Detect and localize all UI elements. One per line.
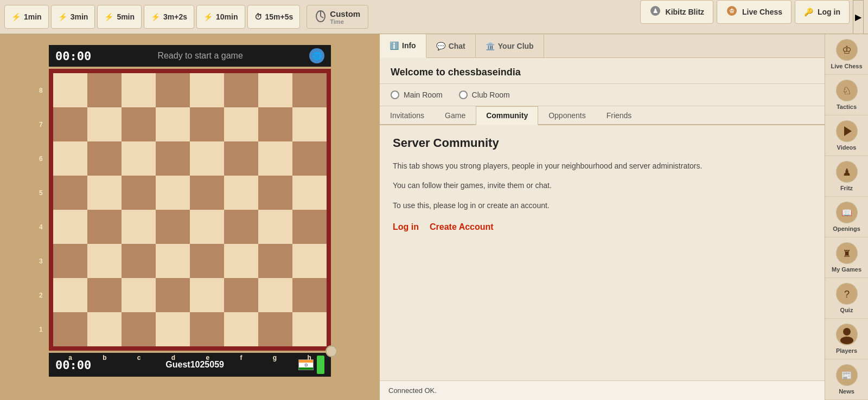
cell-6-g[interactable] (258, 141, 292, 176)
cell-6-a[interactable] (53, 141, 87, 176)
cell-3-d[interactable] (156, 244, 190, 278)
cell-3-g[interactable] (258, 244, 292, 278)
sidebar-item-livechess[interactable]: ♔ Live Chess (825, 34, 868, 75)
cell-3-b[interactable] (87, 244, 122, 278)
custom-time-button[interactable]: Custom Time (307, 5, 368, 29)
sidebar-item-tactics[interactable]: ♘ Tactics (825, 75, 868, 115)
sidebar-item-mygames[interactable]: ♜ My Games (825, 237, 868, 278)
subtab-game[interactable]: Game (435, 106, 476, 124)
kibitz-blitz-button[interactable]: ♟ Kibitz Blitz (640, 0, 714, 24)
cell-8-c[interactable] (122, 73, 156, 107)
cell-7-g[interactable] (258, 107, 292, 141)
cell-5-f[interactable] (224, 176, 258, 210)
scrollbar-right[interactable]: ▶ (853, 0, 864, 34)
time-button-15m5s[interactable]: ⏱ 15m+5s (247, 5, 301, 29)
cell-1-f[interactable] (224, 312, 258, 346)
cell-4-f[interactable] (224, 210, 258, 244)
cell-4-g[interactable] (258, 210, 292, 244)
cell-2-a[interactable] (53, 278, 87, 312)
cell-6-h[interactable] (292, 141, 327, 176)
cell-1-d[interactable] (156, 312, 190, 346)
sidebar-item-fritz[interactable]: ♟ Fritz (825, 156, 868, 197)
cell-5-d[interactable] (156, 176, 190, 210)
cell-5-b[interactable] (87, 176, 122, 210)
cell-3-e[interactable] (190, 244, 224, 278)
cell-7-h[interactable] (292, 107, 327, 141)
subtab-friends[interactable]: Friends (596, 106, 642, 124)
cell-5-h[interactable] (292, 176, 327, 210)
subtab-invitations[interactable]: Invitations (380, 106, 435, 124)
cell-7-a[interactable] (53, 107, 87, 141)
cell-6-b[interactable] (87, 141, 122, 176)
cell-8-a[interactable] (53, 73, 87, 107)
subtab-opponents[interactable]: Opponents (538, 106, 596, 124)
main-room-radio[interactable] (391, 91, 399, 99)
login-button[interactable]: 🔑 Log in (795, 0, 850, 24)
cell-2-c[interactable] (122, 278, 156, 312)
cell-1-e[interactable] (190, 312, 224, 346)
cell-8-e[interactable] (190, 73, 224, 107)
welcome-section: Welcome to chessbaseindia (380, 58, 825, 84)
time-button-10min[interactable]: ⚡ 10min (196, 5, 245, 29)
cell-4-b[interactable] (87, 210, 122, 244)
cell-3-a[interactable] (53, 244, 87, 278)
cell-1-g[interactable] (258, 312, 292, 346)
cell-5-g[interactable] (258, 176, 292, 210)
time-button-1min[interactable]: ⚡ 1min (4, 5, 49, 29)
club-room-option[interactable]: Club Room (459, 91, 510, 99)
cell-4-c[interactable] (122, 210, 156, 244)
cell-8-g[interactable] (258, 73, 292, 107)
time-button-5min[interactable]: ⚡ 5min (97, 5, 142, 29)
cell-1-a[interactable] (53, 312, 87, 346)
cell-2-e[interactable] (190, 278, 224, 312)
cell-6-e[interactable] (190, 141, 224, 176)
sidebar-item-players[interactable]: Players (825, 319, 868, 359)
time-button-3m2s[interactable]: ⚡ 3m+2s (144, 5, 194, 29)
cell-7-b[interactable] (87, 107, 122, 141)
cell-2-b[interactable] (87, 278, 122, 312)
cell-3-f[interactable] (224, 244, 258, 278)
login-link[interactable]: Log in (393, 222, 419, 232)
cell-7-f[interactable] (224, 107, 258, 141)
cell-4-h[interactable] (292, 210, 327, 244)
sidebar-item-openings[interactable]: 📖 Openings (825, 197, 868, 237)
livechess-button[interactable]: ♔ Live Chess (717, 0, 792, 24)
cell-2-g[interactable] (258, 278, 292, 312)
cell-3-h[interactable] (292, 244, 327, 278)
cell-2-f[interactable] (224, 278, 258, 312)
cell-8-d[interactable] (156, 73, 190, 107)
tab-your-club[interactable]: 🏛️ Your Club (476, 34, 544, 58)
main-room-option[interactable]: Main Room (391, 91, 443, 99)
cell-2-h[interactable] (292, 278, 327, 312)
cell-4-d[interactable] (156, 210, 190, 244)
cell-5-e[interactable] (190, 176, 224, 210)
cell-4-e[interactable] (190, 210, 224, 244)
cell-7-d[interactable] (156, 107, 190, 141)
chess-board[interactable] (49, 69, 331, 351)
create-account-link[interactable]: Create Account (430, 222, 494, 232)
cell-8-h[interactable] (292, 73, 327, 107)
cell-7-e[interactable] (190, 107, 224, 141)
cell-8-b[interactable] (87, 73, 122, 107)
cell-6-d[interactable] (156, 141, 190, 176)
club-room-radio[interactable] (459, 91, 468, 99)
tab-chat[interactable]: 💬 Chat (426, 34, 476, 58)
cell-2-d[interactable] (156, 278, 190, 312)
cell-6-c[interactable] (122, 141, 156, 176)
sidebar-item-news[interactable]: 📰 News (825, 359, 868, 400)
cell-4-a[interactable] (53, 210, 87, 244)
cell-1-b[interactable] (87, 312, 122, 346)
tab-info[interactable]: ℹ️ Info (380, 34, 426, 58)
sidebar-item-quiz[interactable]: ? Quiz (825, 278, 868, 319)
cell-1-h[interactable] (292, 312, 327, 346)
cell-1-c[interactable] (122, 312, 156, 346)
sidebar-item-videos[interactable]: Videos (825, 115, 868, 156)
subtab-community[interactable]: Community (476, 106, 538, 125)
cell-6-f[interactable] (224, 141, 258, 176)
cell-8-f[interactable] (224, 73, 258, 107)
cell-5-a[interactable] (53, 176, 87, 210)
cell-7-c[interactable] (122, 107, 156, 141)
cell-3-c[interactable] (122, 244, 156, 278)
cell-5-c[interactable] (122, 176, 156, 210)
time-button-3min[interactable]: ⚡ 3min (51, 5, 95, 29)
